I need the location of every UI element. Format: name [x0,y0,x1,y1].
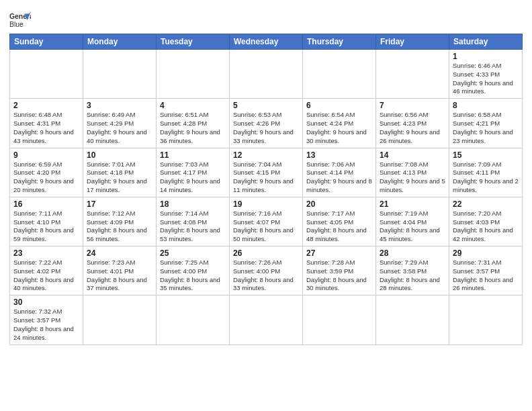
day-number: 3 [87,101,152,110]
day-number: 26 [233,248,299,258]
calendar-cell: 28Sunrise: 7:29 AM Sunset: 3:58 PM Dayli… [376,246,449,295]
calendar-cell: 22Sunrise: 7:20 AM Sunset: 4:03 PM Dayli… [449,197,523,246]
day-info: Sunrise: 7:11 AM Sunset: 4:10 PM Dayligh… [13,210,79,244]
day-number: 30 [13,298,79,307]
day-number: 6 [306,101,372,110]
calendar-cell: 11Sunrise: 7:03 AM Sunset: 4:17 PM Dayli… [157,148,230,197]
weekday-header-monday: Monday [83,34,157,50]
day-number: 2 [13,101,79,110]
day-number: 29 [453,248,519,258]
calendar-cell [376,50,449,99]
calendar-cell: 20Sunrise: 7:17 AM Sunset: 4:05 PM Dayli… [303,197,376,246]
day-number: 23 [13,248,79,258]
calendar-cell: 2Sunrise: 6:48 AM Sunset: 4:31 PM Daylig… [10,99,83,148]
day-info: Sunrise: 7:09 AM Sunset: 4:11 PM Dayligh… [453,161,519,195]
day-number: 9 [13,150,79,160]
day-number: 25 [160,248,226,258]
day-number: 22 [453,199,519,209]
calendar-cell: 25Sunrise: 7:25 AM Sunset: 4:00 PM Dayli… [157,246,230,295]
day-info: Sunrise: 7:04 AM Sunset: 4:15 PM Dayligh… [233,161,299,195]
weekday-header-row: SundayMondayTuesdayWednesdayThursdayFrid… [10,34,523,50]
calendar-cell: 19Sunrise: 7:16 AM Sunset: 4:07 PM Dayli… [230,197,303,246]
calendar-cell: 30Sunrise: 7:32 AM Sunset: 3:57 PM Dayli… [10,295,83,345]
week-row-1: 1Sunrise: 6:46 AM Sunset: 4:33 PM Daylig… [10,50,523,99]
week-row-3: 9Sunrise: 6:59 AM Sunset: 4:20 PM Daylig… [10,148,523,197]
day-info: Sunrise: 7:16 AM Sunset: 4:07 PM Dayligh… [233,210,299,244]
day-number: 20 [306,199,372,209]
calendar-cell: 12Sunrise: 7:04 AM Sunset: 4:15 PM Dayli… [230,148,303,197]
calendar-cell: 17Sunrise: 7:12 AM Sunset: 4:09 PM Dayli… [83,197,157,246]
day-info: Sunrise: 6:51 AM Sunset: 4:28 PM Dayligh… [160,111,226,145]
day-number: 1 [453,52,519,61]
day-info: Sunrise: 7:28 AM Sunset: 3:59 PM Dayligh… [306,259,372,293]
calendar-cell: 29Sunrise: 7:31 AM Sunset: 3:57 PM Dayli… [449,246,523,295]
day-number: 28 [380,248,445,258]
day-number: 13 [306,150,372,160]
calendar-cell: 16Sunrise: 7:11 AM Sunset: 4:10 PM Dayli… [10,197,83,246]
day-info: Sunrise: 7:26 AM Sunset: 4:00 PM Dayligh… [233,259,299,293]
day-number: 12 [233,150,299,160]
day-info: Sunrise: 7:08 AM Sunset: 4:13 PM Dayligh… [380,161,445,195]
calendar-cell: 10Sunrise: 7:01 AM Sunset: 4:18 PM Dayli… [83,148,157,197]
logo: General Blue [9,9,31,31]
calendar-cell: 3Sunrise: 6:49 AM Sunset: 4:29 PM Daylig… [83,99,157,148]
day-info: Sunrise: 6:48 AM Sunset: 4:31 PM Dayligh… [13,111,79,145]
day-number: 5 [233,101,299,110]
calendar-cell: 14Sunrise: 7:08 AM Sunset: 4:13 PM Dayli… [376,148,449,197]
logo-icon: General Blue [9,9,31,31]
day-info: Sunrise: 7:12 AM Sunset: 4:09 PM Dayligh… [87,210,152,244]
weekday-header-sunday: Sunday [10,34,83,50]
calendar-cell: 21Sunrise: 7:19 AM Sunset: 4:04 PM Dayli… [376,197,449,246]
calendar-table: SundayMondayTuesdayWednesdayThursdayFrid… [9,34,523,345]
calendar-cell: 6Sunrise: 6:54 AM Sunset: 4:24 PM Daylig… [303,99,376,148]
week-row-4: 16Sunrise: 7:11 AM Sunset: 4:10 PM Dayli… [10,197,523,246]
calendar-cell [10,50,83,99]
calendar-cell: 5Sunrise: 6:53 AM Sunset: 4:26 PM Daylig… [230,99,303,148]
calendar-cell: 13Sunrise: 7:06 AM Sunset: 4:14 PM Dayli… [303,148,376,197]
day-number: 11 [160,150,226,160]
weekday-header-thursday: Thursday [303,34,376,50]
calendar-cell [303,295,376,345]
calendar-cell: 18Sunrise: 7:14 AM Sunset: 4:08 PM Dayli… [157,197,230,246]
calendar-cell [230,295,303,345]
day-info: Sunrise: 7:32 AM Sunset: 3:57 PM Dayligh… [13,308,79,342]
day-info: Sunrise: 6:56 AM Sunset: 4:23 PM Dayligh… [380,111,445,145]
day-info: Sunrise: 6:46 AM Sunset: 4:33 PM Dayligh… [453,62,519,96]
calendar-cell: 26Sunrise: 7:26 AM Sunset: 4:00 PM Dayli… [230,246,303,295]
day-info: Sunrise: 7:20 AM Sunset: 4:03 PM Dayligh… [453,210,519,244]
calendar-cell: 15Sunrise: 7:09 AM Sunset: 4:11 PM Dayli… [449,148,523,197]
calendar-cell: 23Sunrise: 7:22 AM Sunset: 4:02 PM Dayli… [10,246,83,295]
calendar-cell [157,50,230,99]
week-row-2: 2Sunrise: 6:48 AM Sunset: 4:31 PM Daylig… [10,99,523,148]
weekday-header-wednesday: Wednesday [230,34,303,50]
weekday-header-saturday: Saturday [449,34,523,50]
day-info: Sunrise: 7:25 AM Sunset: 4:00 PM Dayligh… [160,259,226,293]
day-info: Sunrise: 6:54 AM Sunset: 4:24 PM Dayligh… [306,111,372,145]
week-row-5: 23Sunrise: 7:22 AM Sunset: 4:02 PM Dayli… [10,246,523,295]
day-info: Sunrise: 7:17 AM Sunset: 4:05 PM Dayligh… [306,210,372,244]
calendar-cell [157,295,230,345]
weekday-header-friday: Friday [376,34,449,50]
day-info: Sunrise: 7:06 AM Sunset: 4:14 PM Dayligh… [306,161,372,195]
day-number: 8 [453,101,519,110]
day-info: Sunrise: 7:23 AM Sunset: 4:01 PM Dayligh… [87,259,152,293]
calendar-cell [449,295,523,345]
day-number: 7 [380,101,445,110]
calendar-cell [376,295,449,345]
day-info: Sunrise: 7:14 AM Sunset: 4:08 PM Dayligh… [160,210,226,244]
page: General Blue SundayMondayTuesdayWednesda… [0,0,532,411]
calendar-cell: 1Sunrise: 6:46 AM Sunset: 4:33 PM Daylig… [449,50,523,99]
header: General Blue [9,7,523,31]
calendar-cell [303,50,376,99]
calendar-cell [230,50,303,99]
calendar-cell: 9Sunrise: 6:59 AM Sunset: 4:20 PM Daylig… [10,148,83,197]
day-info: Sunrise: 6:49 AM Sunset: 4:29 PM Dayligh… [87,111,152,145]
day-number: 17 [87,199,152,209]
calendar-cell: 4Sunrise: 6:51 AM Sunset: 4:28 PM Daylig… [157,99,230,148]
day-number: 18 [160,199,226,209]
day-number: 27 [306,248,372,258]
day-number: 10 [87,150,152,160]
day-info: Sunrise: 7:22 AM Sunset: 4:02 PM Dayligh… [13,259,79,293]
svg-text:Blue: Blue [9,21,24,28]
day-info: Sunrise: 6:58 AM Sunset: 4:21 PM Dayligh… [453,111,519,145]
